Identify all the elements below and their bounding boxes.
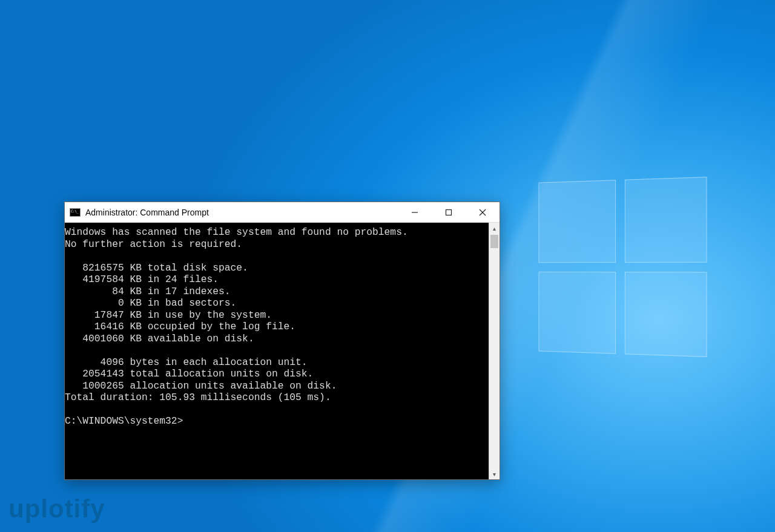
- minimize-button[interactable]: [398, 202, 432, 222]
- maximize-button[interactable]: [432, 202, 466, 222]
- terminal-output[interactable]: Windows has scanned the file system and …: [65, 223, 489, 479]
- windows-logo: [539, 177, 707, 357]
- watermark-text: uplotify: [8, 494, 105, 524]
- scrollbar[interactable]: ▴ ▾: [489, 223, 500, 479]
- window-title: Administrator: Command Prompt: [85, 208, 398, 217]
- terminal-area: Windows has scanned the file system and …: [65, 223, 500, 479]
- scroll-down-icon[interactable]: ▾: [489, 468, 500, 479]
- scroll-up-icon[interactable]: ▴: [489, 223, 500, 234]
- svg-rect-1: [446, 209, 452, 215]
- window-controls: [398, 202, 500, 222]
- scroll-track[interactable]: [489, 234, 500, 468]
- scroll-thumb[interactable]: [490, 235, 498, 248]
- desktop-background[interactable]: Administrator: Command Prompt Windows ha…: [0, 0, 775, 532]
- titlebar[interactable]: Administrator: Command Prompt: [65, 202, 500, 223]
- close-button[interactable]: [466, 202, 500, 222]
- command-prompt-window: Administrator: Command Prompt Windows ha…: [64, 202, 500, 480]
- cmd-icon: [70, 208, 81, 217]
